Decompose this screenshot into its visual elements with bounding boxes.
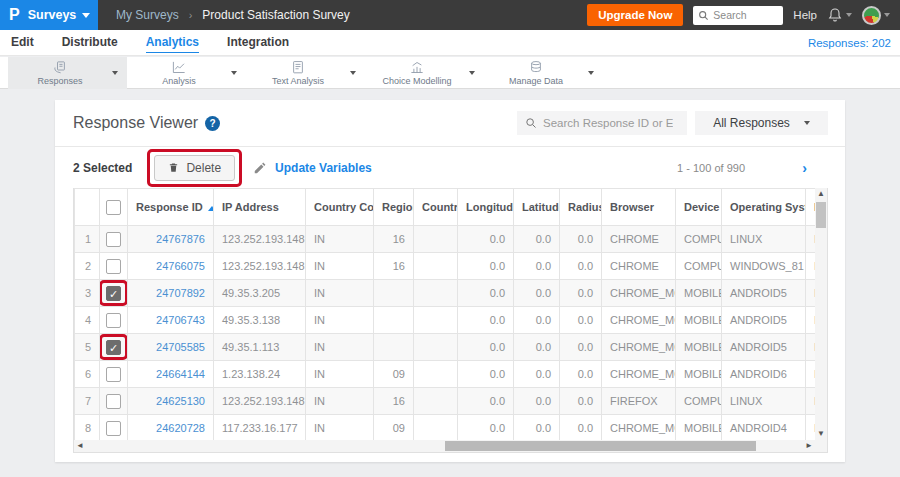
responses-count-badge[interactable]: Responses: 202: [808, 37, 891, 49]
table-row: 3✓2470789249.35.3.205IN0.00.00.0CHROME_M…: [75, 280, 829, 307]
response-filter-value: All Responses: [713, 116, 790, 130]
global-search-input[interactable]: [713, 9, 775, 21]
surveys-menu[interactable]: Surveys: [28, 8, 91, 22]
ribbon-item-label: Analysis: [162, 76, 196, 86]
notifications-menu[interactable]: [827, 7, 852, 23]
help-circle-icon[interactable]: ?: [205, 116, 220, 131]
response-id-link[interactable]: 24706743: [156, 314, 205, 326]
cell-device: COMPUTER: [676, 226, 722, 253]
ribbon-item-text-analysis[interactable]: Text Analysis: [246, 57, 365, 89]
trash-icon: [168, 161, 179, 174]
horizontal-scrollbar[interactable]: ◄ ►: [74, 440, 815, 452]
cell-ip-address: 49.35.1.113: [214, 334, 306, 361]
cell-response-id: 24707892: [128, 280, 214, 307]
chevron-down-icon[interactable]: [112, 71, 118, 75]
column-header-browser[interactable]: Browser: [602, 189, 676, 226]
response-id-link[interactable]: 24625130: [156, 395, 205, 407]
column-header-latitude[interactable]: Latitude: [514, 189, 560, 226]
cell-country-code: IN: [306, 415, 374, 442]
response-id-link[interactable]: 24620728: [156, 422, 205, 434]
nav-tabs: EditDistributeAnalyticsIntegration: [11, 32, 289, 53]
column-header-ip-address[interactable]: IP Address: [214, 189, 306, 226]
column-header-longitude[interactable]: Longitude: [458, 189, 514, 226]
column-header-response-id[interactable]: Response ID: [128, 189, 214, 226]
cell-country-code: IN: [306, 226, 374, 253]
tab-distribute[interactable]: Distribute: [62, 32, 118, 53]
tab-analytics[interactable]: Analytics: [146, 32, 199, 53]
row-checkbox[interactable]: [106, 313, 121, 328]
response-id-link[interactable]: 24705585: [156, 341, 205, 353]
update-variables-button[interactable]: [253, 161, 267, 175]
account-menu[interactable]: [862, 6, 890, 25]
row-checkbox[interactable]: [106, 232, 121, 247]
upgrade-now-button[interactable]: Upgrade Now: [587, 4, 683, 26]
ribbon-item-choice-modelling[interactable]: Choice Modelling: [365, 57, 484, 89]
cell-browser: CHROME_MOBILE: [602, 280, 676, 307]
analysis-icon: [171, 60, 187, 75]
pencil-icon: [253, 161, 267, 175]
response-id-link[interactable]: 24767876: [156, 233, 205, 245]
chevron-down-icon[interactable]: [469, 71, 475, 75]
response-id-link[interactable]: 24664144: [156, 368, 205, 380]
update-variables-link[interactable]: Update Variables: [275, 161, 372, 175]
scroll-down-icon[interactable]: ▼: [815, 428, 827, 440]
selected-count: 2 Selected: [73, 161, 132, 175]
table-row: 42470674349.35.3.138IN0.00.00.0CHROME_MO…: [75, 307, 829, 334]
cell-radius: 0.0: [560, 388, 602, 415]
product-switcher[interactable]: P Surveys: [0, 0, 98, 30]
ribbon-item-label: Choice Modelling: [382, 76, 451, 86]
response-search-input[interactable]: [543, 117, 673, 129]
ribbon-item-analysis[interactable]: Analysis: [127, 57, 246, 89]
row-checkbox[interactable]: [106, 421, 121, 436]
cell-device: MOBILE: [676, 415, 722, 442]
row-checkbox[interactable]: ✓: [106, 340, 121, 355]
vertical-scrollbar[interactable]: ▲ ▼: [815, 188, 827, 440]
response-search[interactable]: [517, 111, 687, 135]
cell-response-id: 24705585: [128, 334, 214, 361]
row-checkbox[interactable]: [106, 367, 121, 382]
select-all-checkbox[interactable]: [106, 200, 121, 215]
scroll-up-icon[interactable]: ▲: [815, 188, 827, 200]
cell-latitude: 0.0: [514, 307, 560, 334]
cell-country-code: IN: [306, 334, 374, 361]
column-header-operating-system[interactable]: Operating System: [722, 189, 806, 226]
delete-button[interactable]: Delete: [154, 155, 235, 181]
row-number: 2: [75, 253, 100, 280]
cell-country-code: IN: [306, 253, 374, 280]
chevron-down-icon[interactable]: [588, 71, 594, 75]
horizontal-scrollbar-thumb[interactable]: [445, 441, 756, 451]
response-filter-dropdown[interactable]: All Responses: [695, 111, 828, 135]
column-header-country[interactable]: Country: [414, 189, 458, 226]
column-header-device[interactable]: Device: [676, 189, 722, 226]
tab-edit[interactable]: Edit: [11, 32, 34, 53]
breadcrumb-survey-title: Product Satisfaction Survey: [202, 8, 349, 22]
row-checkbox[interactable]: [106, 259, 121, 274]
cell-browser: CHROME: [602, 253, 676, 280]
row-number: 4: [75, 307, 100, 334]
breadcrumb-my-surveys[interactable]: My Surveys: [116, 8, 179, 22]
ribbon-item-manage-data[interactable]: Manage Data: [484, 57, 603, 89]
response-id-link[interactable]: 24766075: [156, 260, 205, 272]
tab-integration[interactable]: Integration: [227, 32, 289, 53]
cell-response-id: 24706743: [128, 307, 214, 334]
response-id-link[interactable]: 24707892: [156, 287, 205, 299]
column-header-radius[interactable]: Radius: [560, 189, 602, 226]
global-search[interactable]: [693, 6, 783, 25]
scroll-left-icon[interactable]: ◄: [74, 440, 86, 452]
row-checkbox[interactable]: [106, 394, 121, 409]
chevron-down-icon[interactable]: [350, 71, 356, 75]
help-link[interactable]: Help: [793, 9, 817, 21]
column-header-country-code[interactable]: Country Code: [306, 189, 374, 226]
cell-longitude: 0.0: [458, 415, 514, 442]
ribbon-stack: Choice Modelling: [365, 60, 469, 86]
cell-latitude: 0.0: [514, 280, 560, 307]
vertical-scrollbar-thumb[interactable]: [816, 202, 826, 228]
row-checkbox[interactable]: ✓: [106, 286, 121, 301]
column-header-region[interactable]: Region: [374, 189, 414, 226]
ribbon-item-responses[interactable]: Responses: [8, 57, 127, 89]
scroll-right-icon[interactable]: ►: [803, 440, 815, 452]
chevron-down-icon[interactable]: [231, 71, 237, 75]
cell-longitude: 0.0: [458, 307, 514, 334]
cell-latitude: 0.0: [514, 415, 560, 442]
pagination-next-button[interactable]: ›: [802, 160, 807, 176]
